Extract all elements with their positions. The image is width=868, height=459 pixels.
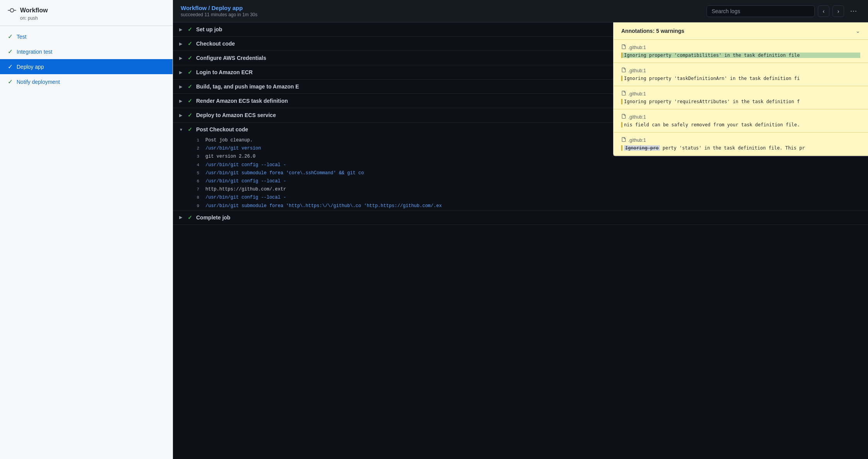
log-content: ▶ ✓ Set up job 3s ▶ ✓ Checkout code 1s ▶… bbox=[173, 22, 868, 459]
sidebar-items: ✓ Test ✓ Integration test ✓ Deploy app ✓… bbox=[0, 26, 173, 92]
check-icon: ✓ bbox=[8, 33, 13, 40]
step-label-login-ecr: Login to Amazon ECR bbox=[196, 69, 253, 75]
sidebar-item-integration-test[interactable]: ✓ Integration test bbox=[0, 44, 173, 59]
header-subtitle: succeeded 11 minutes ago in 1m 30s bbox=[181, 12, 258, 17]
log-line: 8 /usr/bin/git config --local - bbox=[173, 194, 868, 202]
nav-prev-button[interactable]: ‹ bbox=[818, 5, 829, 17]
annotations-title: Annotations: 5 warnings bbox=[621, 28, 684, 34]
step-label-complete-job: Complete job bbox=[196, 214, 231, 221]
annotation-item-1: .github:1 Ignoring property 'taskDefinit… bbox=[614, 63, 868, 86]
line-text: /usr/bin/git submodule forea 'http\.http… bbox=[205, 202, 442, 210]
annotation-file-label: .github:1 bbox=[628, 68, 646, 73]
step-arrow-login-ecr: ▶ bbox=[179, 70, 184, 75]
step-arrow-build-push: ▶ bbox=[179, 85, 184, 89]
log-line: 6 /usr/bin/git config --local - bbox=[173, 177, 868, 185]
annotation-message: Ignoring property 'requiresAttributes' i… bbox=[621, 99, 860, 104]
annotation-item-2: .github:1 Ignoring property 'requiresAtt… bbox=[614, 86, 868, 109]
line-text: /usr/bin/git config --local - bbox=[205, 194, 286, 201]
annotation-message: Ignoring pro perty 'status' in the task … bbox=[621, 145, 860, 151]
line-number: 2 bbox=[188, 145, 199, 152]
annotation-text: nis field can be safely removed from you… bbox=[624, 122, 860, 128]
line-text: /usr/bin/git config --local - bbox=[205, 162, 286, 169]
step-label-build-push: Build, tag, and push image to Amazon E bbox=[196, 83, 299, 90]
sidebar-item-label: Integration test bbox=[17, 49, 53, 55]
step-header-complete-job[interactable]: ▶ ✓ Complete job bbox=[173, 211, 868, 224]
step-check-deploy-ecs: ✓ bbox=[188, 112, 192, 118]
nav-next-button[interactable]: › bbox=[832, 5, 844, 17]
line-text: Post job cleanup. bbox=[205, 137, 253, 144]
annotation-item-4: .github:1 Ignoring pro perty 'status' in… bbox=[614, 133, 868, 156]
step-check-set-up-job: ✓ bbox=[188, 26, 192, 32]
annotation-text: Ignoring property 'compatibilities' in t… bbox=[624, 53, 860, 58]
sidebar-item-test[interactable]: ✓ Test bbox=[0, 29, 173, 44]
line-number: 7 bbox=[188, 186, 199, 193]
main-panel: Workflow / Deploy app succeeded 11 minut… bbox=[173, 0, 868, 459]
annotation-text: Ignoring property 'requiresAttributes' i… bbox=[624, 99, 860, 104]
line-number: 3 bbox=[188, 153, 199, 160]
annotation-file-label: .github:1 bbox=[628, 45, 646, 50]
annotation-item-3: .github:1 nis field can be safely remove… bbox=[614, 109, 868, 133]
workflow-title-text: Workflow bbox=[20, 7, 48, 14]
step-check-build-push: ✓ bbox=[188, 83, 192, 90]
line-number: 4 bbox=[188, 162, 199, 169]
step-check-login-ecr: ✓ bbox=[188, 69, 192, 75]
breadcrumb-text: Workflow / Deploy app bbox=[181, 5, 258, 11]
step-check-checkout-code: ✓ bbox=[188, 41, 192, 47]
annotations-header[interactable]: Annotations: 5 warnings ⌄ bbox=[614, 22, 868, 40]
annotation-file: .github:1 bbox=[621, 137, 860, 143]
search-logs-input[interactable] bbox=[707, 5, 815, 17]
step-check-post-checkout: ✓ bbox=[188, 126, 192, 133]
log-line: 9 /usr/bin/git submodule forea 'http\.ht… bbox=[173, 202, 868, 210]
log-line: 4 /usr/bin/git config --local - bbox=[173, 161, 868, 169]
step-complete-job: ▶ ✓ Complete job bbox=[173, 211, 868, 225]
annotation-text: Ignoring property 'taskDefinitionArn' in… bbox=[624, 76, 860, 81]
annotation-message: Ignoring property 'taskDefinitionArn' in… bbox=[621, 76, 860, 81]
step-arrow-complete-job: ▶ bbox=[179, 215, 184, 219]
file-icon bbox=[621, 68, 626, 73]
line-text: /usr/bin/git submodule forea 'core\.sshC… bbox=[205, 170, 364, 177]
sidebar: Workflow on: push ✓ Test ✓ Integration t… bbox=[0, 0, 173, 459]
file-icon bbox=[621, 44, 626, 50]
log-line: 7 http.https://github.com/.extr bbox=[173, 185, 868, 194]
step-label-configure-aws: Configure AWS Credentials bbox=[196, 55, 266, 61]
annotation-file-label: .github:1 bbox=[628, 91, 646, 97]
annotation-file: .github:1 bbox=[621, 114, 860, 120]
annotation-text: Ignoring pro perty 'status' in the task … bbox=[624, 145, 860, 151]
line-number: 5 bbox=[188, 170, 199, 177]
line-number: 8 bbox=[188, 194, 199, 201]
main-header: Workflow / Deploy app succeeded 11 minut… bbox=[173, 0, 868, 22]
line-text: http.https://github.com/.extr bbox=[205, 186, 286, 193]
annotation-file: .github:1 bbox=[621, 68, 860, 73]
line-number: 1 bbox=[188, 137, 199, 144]
step-arrow-set-up-job: ▶ bbox=[179, 27, 184, 32]
check-icon: ✓ bbox=[8, 78, 13, 85]
step-arrow-post-checkout: ▼ bbox=[179, 128, 184, 132]
breadcrumb-prefix: Workflow / bbox=[181, 5, 212, 11]
step-label-render-ecs: Render Amazon ECS task definition bbox=[196, 98, 288, 104]
line-number: 6 bbox=[188, 178, 199, 185]
step-arrow-checkout-code: ▶ bbox=[179, 42, 184, 46]
header-actions: ‹ › ··· bbox=[707, 5, 860, 17]
line-text: git version 2.26.0 bbox=[205, 153, 256, 160]
check-icon: ✓ bbox=[8, 48, 13, 55]
workflow-subtitle: on: push bbox=[8, 15, 165, 21]
step-label-deploy-ecs: Deploy to Amazon ECS service bbox=[196, 112, 276, 118]
step-label-set-up-job: Set up job bbox=[196, 26, 222, 32]
annotation-file: .github:1 bbox=[621, 91, 860, 97]
step-arrow-configure-aws: ▶ bbox=[179, 56, 184, 60]
breadcrumb: Workflow / Deploy app succeeded 11 minut… bbox=[181, 5, 258, 17]
sidebar-header: Workflow on: push bbox=[0, 0, 173, 26]
step-check-complete-job: ✓ bbox=[188, 214, 192, 221]
annotation-file: .github:1 bbox=[621, 44, 860, 50]
sidebar-item-deploy-app[interactable]: ✓ Deploy app bbox=[0, 59, 173, 74]
line-text: /usr/bin/git version bbox=[205, 145, 261, 152]
sidebar-item-label: Deploy app bbox=[17, 64, 44, 70]
annotation-item-0: .github:1 Ignoring property 'compatibili… bbox=[614, 40, 868, 63]
workflow-icon bbox=[8, 6, 16, 15]
step-arrow-render-ecs: ▶ bbox=[179, 99, 184, 103]
more-options-button[interactable]: ··· bbox=[847, 5, 860, 17]
sidebar-item-notify-deployment[interactable]: ✓ Notify deployment bbox=[0, 74, 173, 89]
annotations-chevron-icon: ⌄ bbox=[856, 28, 860, 34]
annotation-file-label: .github:1 bbox=[628, 138, 646, 143]
step-check-configure-aws: ✓ bbox=[188, 55, 192, 61]
